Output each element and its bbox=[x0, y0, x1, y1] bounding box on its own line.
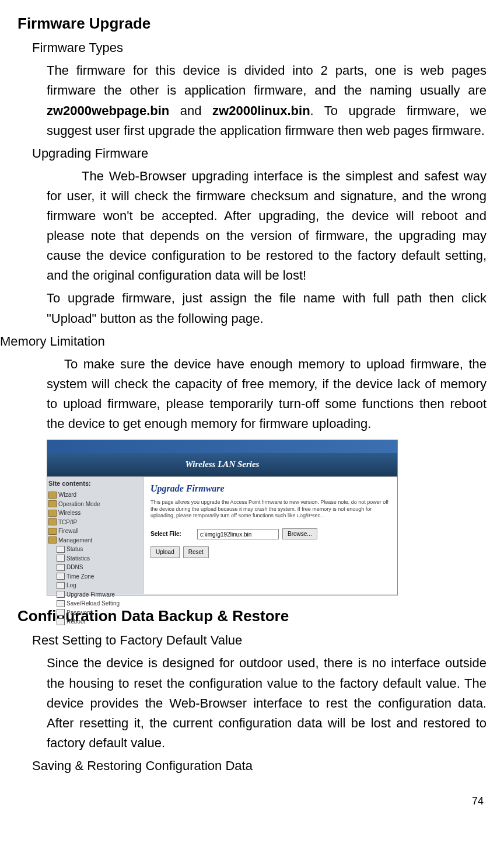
firmware-types-body: The firmware for this device is divided … bbox=[47, 61, 487, 140]
doc-icon bbox=[57, 609, 65, 616]
tree-label: Operation Mode bbox=[58, 500, 100, 509]
select-file-label: Select File: bbox=[150, 530, 197, 539]
file-input[interactable]: c:\img\g192linux.bin bbox=[197, 529, 279, 539]
tree-password[interactable]: Password bbox=[48, 608, 142, 618]
heading-rest-setting: Rest Setting to Factory Default Value bbox=[32, 630, 487, 650]
tree-label: Upgrade Firmware bbox=[66, 590, 115, 600]
doc-icon bbox=[57, 582, 65, 589]
heading-firmware-upgrade: Firmware Upgrade bbox=[18, 12, 487, 35]
tree-wizard[interactable]: Wizard bbox=[48, 490, 142, 500]
text-span: The firmware for this device is divided … bbox=[47, 63, 487, 97]
doc-icon bbox=[57, 546, 65, 553]
heading-saving-restoring: Saving & Restoring Configuration Data bbox=[32, 756, 487, 776]
folder-icon bbox=[48, 510, 57, 517]
page-number: 74 bbox=[0, 793, 487, 810]
tree-label: Wireless bbox=[58, 508, 80, 518]
tree-label: Password bbox=[66, 608, 92, 618]
doc-icon bbox=[57, 564, 65, 571]
heading-memory-limitation: Memory Limitation bbox=[0, 332, 487, 351]
upgrade-firmware-desc: This page allows you upgrade the Access … bbox=[150, 499, 390, 520]
wlan-banner: Wireless LAN Series bbox=[47, 453, 397, 477]
tree-label: Firewall bbox=[58, 527, 78, 536]
tree-label: Reboot bbox=[66, 617, 85, 626]
folder-icon bbox=[48, 500, 57, 507]
doc-icon bbox=[57, 591, 65, 598]
tree-label: Time Zone bbox=[66, 572, 94, 581]
tree-upgrade-firmware[interactable]: Upgrade Firmware bbox=[48, 590, 142, 600]
window-title-bar bbox=[47, 440, 397, 453]
firmware-upgrade-screenshot: Wireless LAN Series Site contents: Wizar… bbox=[47, 440, 398, 595]
upgrading-firmware-body1: The Web-Browser upgrading interface is t… bbox=[47, 166, 487, 286]
tree-save-reload[interactable]: Save/Reload Setting bbox=[48, 599, 142, 608]
folder-icon bbox=[48, 537, 57, 544]
doc-icon bbox=[57, 600, 65, 607]
heading-firmware-types: Firmware Types bbox=[32, 38, 487, 58]
sidebar-title: Site contents: bbox=[48, 479, 142, 489]
tree-label: Log bbox=[66, 581, 76, 590]
tree-tcpip[interactable]: TCP/IP bbox=[48, 518, 142, 527]
doc-icon bbox=[57, 555, 65, 562]
tree-operation-mode[interactable]: Operation Mode bbox=[48, 500, 142, 509]
heading-upgrading-firmware: Upgrading Firmware bbox=[32, 144, 487, 163]
folder-icon bbox=[48, 518, 57, 525]
main-area: Site contents: Wizard Operation Mode Wir… bbox=[47, 477, 397, 594]
button-row: Upload Reset bbox=[150, 546, 390, 558]
tree-firewall[interactable]: Firewall bbox=[48, 527, 142, 536]
text-span: and bbox=[169, 103, 212, 118]
tree-reboot[interactable]: Reboot bbox=[48, 617, 142, 626]
tree-ddns[interactable]: DDNS bbox=[48, 563, 142, 572]
rest-setting-body: Since the device is designed for outdoor… bbox=[47, 653, 487, 753]
tree-label: DDNS bbox=[66, 563, 83, 572]
folder-icon bbox=[48, 528, 57, 535]
tree-statistics[interactable]: Statistics bbox=[48, 554, 142, 563]
upgrade-firmware-title: Upgrade Firmware bbox=[150, 482, 390, 496]
tree-wireless[interactable]: Wireless bbox=[48, 508, 142, 518]
tree-management[interactable]: Management bbox=[48, 536, 142, 545]
tree-log[interactable]: Log bbox=[48, 581, 142, 590]
tree-label: Wizard bbox=[58, 490, 76, 500]
upgrading-firmware-body2: To upgrade firmware, just assign the fil… bbox=[47, 288, 487, 328]
upload-button[interactable]: Upload bbox=[150, 546, 180, 558]
content-area: Upgrade Firmware This page allows you up… bbox=[144, 477, 397, 594]
bold-webpage-bin: zw2000webpage.bin bbox=[47, 103, 169, 118]
sidebar: Site contents: Wizard Operation Mode Wir… bbox=[47, 477, 144, 594]
tree-status[interactable]: Status bbox=[48, 545, 142, 554]
tree-label: Status bbox=[66, 545, 83, 554]
reset-button[interactable]: Reset bbox=[183, 546, 209, 558]
tree-label: Save/Reload Setting bbox=[66, 599, 120, 608]
file-row: Select File: c:\img\g192linux.bin Browse… bbox=[150, 528, 390, 540]
bold-linux-bin: zw2000linux.bin bbox=[212, 103, 310, 118]
tree-label: Management bbox=[58, 536, 92, 545]
doc-icon bbox=[57, 618, 65, 625]
browse-button[interactable]: Browse... bbox=[282, 528, 317, 540]
memory-limitation-body: To make sure the device have enough memo… bbox=[47, 354, 487, 434]
doc-icon bbox=[57, 573, 65, 580]
folder-icon bbox=[48, 492, 57, 499]
tree-label: TCP/IP bbox=[58, 518, 77, 527]
tree-label: Statistics bbox=[66, 554, 90, 563]
tree-time-zone[interactable]: Time Zone bbox=[48, 572, 142, 581]
